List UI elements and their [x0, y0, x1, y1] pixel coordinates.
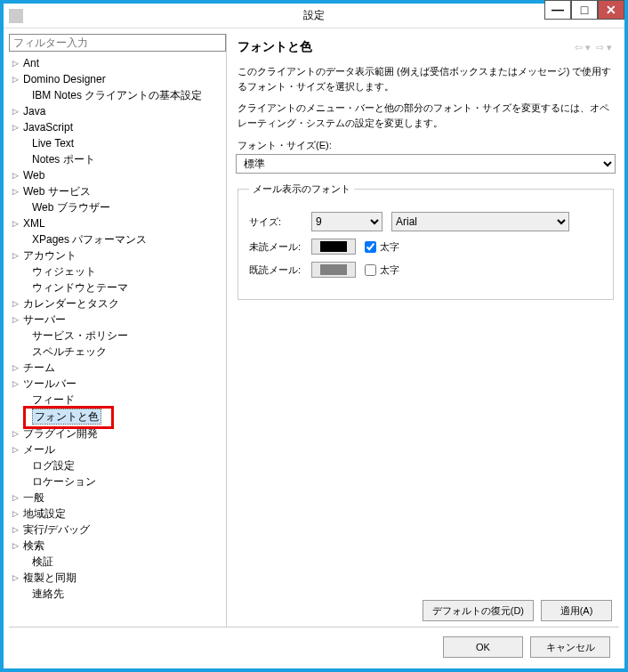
read-bold-checkbox[interactable] [365, 264, 376, 276]
tree-item-label: サービス・ポリシー [32, 328, 128, 343]
dialog-buttons: OK キャンセル [9, 627, 619, 663]
size-select[interactable]: 9 [311, 212, 382, 231]
ok-button[interactable]: OK [443, 636, 523, 658]
expand-icon[interactable]: ▷ [12, 522, 21, 537]
read-row: 既読メール: 太字 [249, 262, 602, 278]
font-select[interactable]: Arial [391, 212, 569, 231]
expand-icon[interactable]: ▷ [12, 506, 21, 521]
expand-icon[interactable]: ▷ [12, 248, 21, 263]
tree-item[interactable]: Live Text [11, 135, 224, 151]
expand-icon[interactable]: ▷ [12, 56, 21, 70]
read-color-button[interactable] [311, 262, 356, 278]
tree-item-label: Java [23, 104, 45, 118]
filter-input[interactable] [9, 34, 226, 52]
tree-item[interactable]: Notes ポート [11, 151, 224, 167]
titlebar: 設定 — □ ✕ [4, 4, 624, 28]
tree-item-label: Live Text [32, 136, 74, 150]
expand-icon[interactable]: ▷ [12, 426, 21, 441]
read-bold-label[interactable]: 太字 [365, 263, 399, 277]
tree-item-label: サーバー [23, 312, 66, 327]
tree-item[interactable]: ▷カレンダーとタスク [11, 296, 224, 312]
window-title: 設定 [303, 8, 325, 23]
tree-item[interactable]: XPages パフォーマンス [11, 231, 224, 247]
expand-icon[interactable]: ▷ [12, 442, 21, 457]
forward-button[interactable]: ⇨ ▾ [594, 42, 614, 53]
back-button[interactable]: ⇦ ▾ [573, 42, 592, 53]
tree-item[interactable]: ▷Ant [11, 55, 224, 71]
expand-icon[interactable]: ▷ [12, 72, 21, 86]
tree-item[interactable]: Web ブラウザー [11, 199, 224, 215]
unread-color-button[interactable] [311, 239, 356, 255]
maximize-button[interactable]: □ [571, 0, 598, 20]
tree-item-label: ログ設定 [32, 458, 75, 473]
tree-item[interactable]: フィード [11, 392, 224, 408]
window-controls: — □ ✕ [544, 0, 624, 20]
tree-item[interactable]: ▷Domino Designer [11, 71, 224, 87]
tree-item[interactable]: ロケーション [11, 474, 224, 490]
expand-icon[interactable]: ▷ [12, 296, 21, 311]
tree-item[interactable]: 連絡先 [11, 586, 224, 602]
tree-item[interactable]: ▷JavaScript [11, 119, 224, 135]
tree-item[interactable]: ▷ツールバー [11, 376, 224, 392]
tree-item-label: プラグイン開発 [23, 426, 98, 441]
tree-item[interactable]: ▷複製と同期 [11, 570, 224, 586]
tree-item[interactable]: スペルチェック [11, 344, 224, 360]
tree-item-label: スペルチェック [32, 344, 107, 359]
main-area: ▷Ant▷Domino DesignerIBM Notes クライアントの基本設… [9, 34, 619, 627]
expand-icon[interactable]: ▷ [12, 360, 21, 375]
tree-item[interactable]: ▷メール [11, 441, 224, 457]
preferences-tree[interactable]: ▷Ant▷Domino DesignerIBM Notes クライアントの基本設… [9, 52, 226, 627]
unread-label: 未読メール: [249, 240, 302, 254]
tree-item[interactable]: ログ設定 [11, 457, 224, 474]
expand-icon[interactable]: ▷ [12, 538, 21, 553]
tree-item[interactable]: ▷チーム [11, 360, 224, 376]
unread-bold-checkbox[interactable] [365, 241, 376, 253]
tree-item-label: 地域設定 [23, 506, 66, 521]
restore-defaults-button[interactable]: デフォルトの復元(D) [423, 600, 534, 621]
unread-color-swatch [320, 241, 347, 252]
tree-item-label: Domino Designer [23, 72, 106, 86]
tree-item[interactable]: ▷アカウント [11, 247, 224, 263]
mail-font-group: メール表示のフォント サイズ: 9 Arial 未読メール: [238, 182, 614, 300]
tree-item-label: ロケーション [32, 474, 96, 489]
tree-item-label: ウィジェット [32, 264, 96, 279]
tree-item[interactable]: ▷サーバー [11, 312, 224, 328]
size-row: サイズ: 9 Arial [249, 212, 602, 231]
unread-bold-label[interactable]: 太字 [365, 240, 399, 254]
tree-item[interactable]: ▷Java [11, 103, 224, 119]
tree-item[interactable]: フォントと色 [11, 408, 224, 425]
tree-item[interactable]: ▷XML [11, 215, 224, 231]
fontsize-select[interactable]: 標準 [236, 154, 616, 174]
tree-item-label: ウィンドウとテーマ [32, 280, 128, 295]
expand-icon[interactable]: ▷ [12, 571, 21, 585]
tree-item[interactable]: ▷実行/デバッグ [11, 522, 224, 538]
tree-item[interactable]: ▷Web サービス [11, 183, 224, 199]
cancel-button[interactable]: キャンセル [530, 636, 610, 658]
close-button[interactable]: ✕ [598, 0, 624, 20]
expand-icon[interactable]: ▷ [12, 120, 21, 134]
expand-icon[interactable]: ▷ [12, 312, 21, 327]
expand-icon[interactable]: ▷ [12, 216, 21, 231]
groupbox-legend: メール表示のフォント [249, 182, 354, 196]
tree-item[interactable]: ウィジェット [11, 263, 224, 279]
tree-item[interactable]: IBM Notes クライアントの基本設定 [11, 87, 224, 103]
tree-item[interactable]: ▷Web [11, 167, 224, 183]
expand-icon[interactable]: ▷ [12, 168, 21, 182]
tree-item[interactable]: ▷地域設定 [11, 506, 224, 522]
page-title: フォントと色 [238, 39, 312, 55]
tree-item-label: Ant [23, 56, 39, 70]
description-2: クライアントのメニュー・バーと他の部分のフォント・サイズを変更するには、オペレー… [236, 97, 616, 134]
apply-button[interactable]: 適用(A) [541, 600, 612, 621]
minimize-button[interactable]: — [544, 0, 571, 20]
tree-item[interactable]: 検証 [11, 554, 224, 570]
expand-icon[interactable]: ▷ [12, 490, 21, 505]
tree-item-label: Notes ポート [32, 152, 95, 166]
expand-icon[interactable]: ▷ [12, 104, 21, 118]
tree-item[interactable]: ▷検索 [11, 538, 224, 554]
expand-icon[interactable]: ▷ [12, 376, 21, 391]
tree-item[interactable]: ▷一般 [11, 490, 224, 506]
tree-item[interactable]: ▷プラグイン開発 [11, 425, 224, 441]
tree-item[interactable]: ウィンドウとテーマ [11, 279, 224, 296]
expand-icon[interactable]: ▷ [12, 184, 21, 198]
tree-item[interactable]: サービス・ポリシー [11, 328, 224, 344]
